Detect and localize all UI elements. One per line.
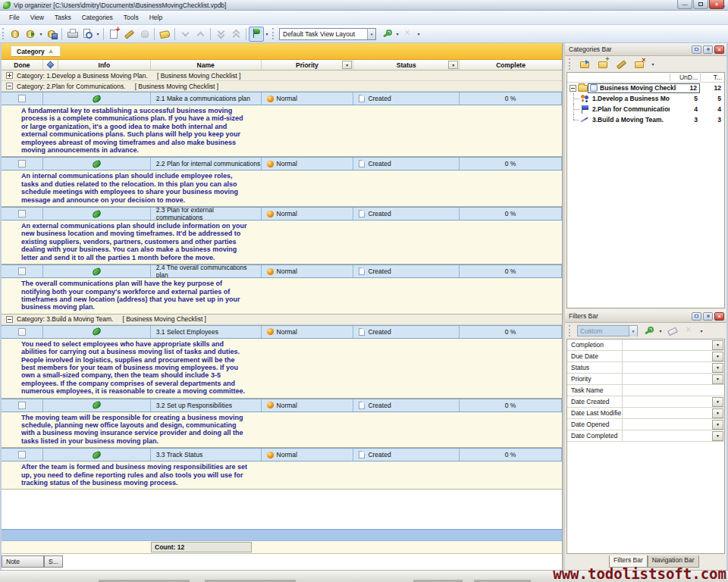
task-status-cell[interactable]: Created	[353, 208, 460, 220]
task-row[interactable]: 2.3 Plan for external communicationsNorm…	[2, 207, 562, 221]
task-priority-cell[interactable]: Normal	[262, 92, 354, 105]
new-task-button[interactable]	[106, 27, 121, 42]
task-status-cell[interactable]: Created	[353, 265, 460, 277]
maximize-button[interactable]	[693, 0, 708, 9]
task-priority-cell[interactable]: Normal	[262, 208, 354, 220]
apply-filter-button[interactable]	[641, 324, 656, 339]
menu-categories[interactable]: Categories	[77, 12, 118, 23]
menu-file[interactable]: File	[4, 12, 25, 23]
task-name-cell[interactable]: 3.2 Set up Responsibilities	[151, 399, 262, 411]
filter-value-cell[interactable]	[623, 385, 724, 396]
tree-item[interactable]: 1.Develop a Business Movin55	[567, 93, 724, 104]
priority-filter-dropdown[interactable]: ▼	[342, 61, 352, 69]
collapse-group-icon[interactable]	[6, 83, 13, 89]
status-filter-dropdown[interactable]: ▼	[448, 61, 458, 69]
dropdown-caret-icon[interactable]: ▾	[95, 31, 101, 36]
edit-task-button[interactable]	[121, 27, 136, 42]
panel-close-button[interactable]: ×	[714, 45, 724, 54]
collapse-tree-icon[interactable]	[570, 85, 576, 92]
dropdown-caret-icon[interactable]: ▾	[650, 61, 656, 67]
task-status-cell[interactable]: Created	[353, 92, 460, 105]
toolbar-options-caret-icon[interactable]: ▾	[698, 328, 704, 333]
column-header-name[interactable]: Name	[151, 60, 262, 70]
task-name-cell[interactable]: 2.3 Plan for external communications	[151, 208, 262, 220]
task-priority-cell[interactable]: Normal	[262, 158, 354, 170]
open-database-button[interactable]	[23, 27, 38, 42]
task-done-checkbox[interactable]	[18, 210, 26, 217]
total-column-header[interactable]: T...	[700, 74, 724, 81]
collapse-group-icon[interactable]	[6, 316, 13, 323]
menu-view[interactable]: View	[25, 12, 49, 23]
note-tab-s[interactable]: S...	[44, 555, 63, 568]
column-header-done[interactable]: Done	[2, 60, 43, 70]
toolbar-grip[interactable]	[2, 28, 4, 39]
combo-dropdown-icon[interactable]: ▾	[629, 326, 637, 336]
tree-item-root[interactable]: Business Moving Checklist 12 12	[567, 83, 724, 93]
task-done-checkbox[interactable]	[18, 451, 26, 458]
apply-layout-button[interactable]	[379, 27, 394, 42]
column-header-priority[interactable]: Priority▼	[262, 60, 354, 70]
new-subcategory-button[interactable]	[595, 57, 610, 72]
dropdown-caret-icon[interactable]: ▾	[657, 328, 664, 333]
task-status-cell[interactable]: Created	[353, 449, 460, 461]
filter-value-cell[interactable]	[623, 351, 712, 361]
combo-dropdown-icon[interactable]: ▾	[367, 29, 375, 39]
task-done-checkbox[interactable]	[18, 402, 26, 409]
clear-layout-button[interactable]	[400, 27, 416, 42]
panel-pin-button[interactable]	[703, 45, 713, 54]
move-to-bottom-button[interactable]	[213, 27, 228, 42]
column-header-priority-flag[interactable]	[43, 60, 58, 70]
task-done-checkbox[interactable]	[18, 95, 26, 102]
clear-filter-button[interactable]	[682, 324, 697, 339]
panel-restore-button[interactable]	[692, 312, 701, 321]
minimize-button[interactable]: —	[677, 0, 692, 9]
task-priority-cell[interactable]: Normal	[262, 399, 354, 411]
task-view-layout-combo[interactable]: Default Task View Layout ▾	[279, 28, 376, 40]
column-header-info[interactable]: Info	[58, 60, 151, 70]
permissions-button[interactable]	[136, 27, 152, 42]
filter-value-dropdown[interactable]: ▼	[712, 408, 723, 418]
task-row[interactable]: 3.2 Set up ResponsibilitiesNormalCreated…	[2, 399, 562, 412]
toolbar-grip[interactable]	[569, 58, 570, 70]
filter-value-cell[interactable]	[623, 340, 712, 350]
panel-close-button[interactable]: ×	[714, 312, 724, 321]
category-group-row[interactable]: Category: 1.Develop a Business Moving Pl…	[2, 70, 562, 81]
toolbar-grip[interactable]	[272, 28, 274, 39]
task-name-cell[interactable]: 3.3 Track Status	[151, 449, 262, 461]
task-row[interactable]: 2.1 Make a communications planNormalCrea…	[2, 92, 562, 105]
task-status-cell[interactable]: Created	[353, 158, 460, 170]
filter-value-cell[interactable]	[623, 430, 712, 441]
new-database-button[interactable]	[8, 27, 23, 42]
task-priority-cell[interactable]: Normal	[262, 326, 354, 338]
erase-filter-button[interactable]	[665, 324, 680, 339]
task-view-flag-button[interactable]	[249, 27, 264, 42]
task-row[interactable]: 2.4 The overall communications planNorma…	[2, 264, 562, 278]
task-done-checkbox[interactable]	[18, 160, 26, 167]
panel-pin-button[interactable]	[703, 312, 713, 321]
task-status-cell[interactable]: Created	[353, 399, 460, 411]
expand-group-icon[interactable]	[6, 72, 13, 79]
delete-category-button[interactable]	[632, 57, 647, 72]
task-row[interactable]: 2.2 Plan for internal communicationsNorm…	[2, 157, 562, 171]
menu-tools[interactable]: Tools	[118, 12, 144, 23]
filter-value-cell[interactable]	[623, 408, 712, 418]
filter-value-dropdown[interactable]: ▼	[712, 420, 723, 430]
filter-value-cell[interactable]	[623, 396, 712, 407]
task-name-cell[interactable]: 2.4 The overall communications plan	[151, 265, 262, 277]
task-done-checkbox[interactable]	[18, 268, 26, 275]
move-up-button[interactable]	[193, 27, 208, 42]
task-name-cell[interactable]: 2.1 Make a communications plan	[151, 92, 262, 105]
move-down-button[interactable]	[177, 27, 193, 42]
task-name-cell[interactable]: 2.2 Plan for internal communications	[151, 158, 262, 170]
dropdown-caret-icon[interactable]: ▾	[264, 31, 270, 36]
empty-selection-row[interactable]	[2, 529, 562, 541]
menu-tasks[interactable]: Tasks	[49, 12, 77, 23]
category-group-row[interactable]: Category: 2.Plan for Communications.[ Bu…	[2, 81, 562, 92]
tree-item[interactable]: 3.Build a Moving Team.33	[567, 114, 724, 125]
menu-help[interactable]: Help	[144, 12, 168, 23]
panel-restore-button[interactable]	[692, 45, 701, 54]
filter-preset-combo[interactable]: Custom ▾	[577, 325, 638, 336]
undone-column-header[interactable]: UnD...	[670, 74, 700, 81]
filter-value-cell[interactable]	[623, 374, 712, 384]
column-header-complete[interactable]: Complete	[460, 60, 562, 70]
